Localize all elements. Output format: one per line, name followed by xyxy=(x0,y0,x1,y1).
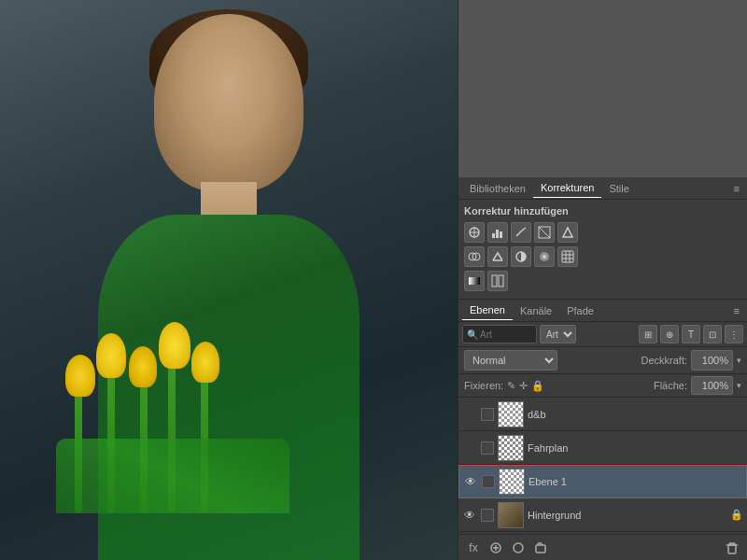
tab-pfade[interactable]: Pfade xyxy=(559,301,601,320)
area-arrow[interactable]: ▾ xyxy=(737,381,741,390)
layer-thumbnail-fahrplan xyxy=(498,435,524,461)
layer-item-db[interactable]: 👁 d&b xyxy=(458,398,747,431)
adjustments-panel-menu[interactable]: ≡ xyxy=(730,181,743,196)
layers-panel-menu[interactable]: ≡ xyxy=(730,303,743,318)
top-preview-area xyxy=(458,0,747,177)
photo-filter-icon[interactable] xyxy=(534,246,555,267)
area-input[interactable] xyxy=(691,376,733,395)
link-layers-icon[interactable]: ⊕ xyxy=(660,325,679,343)
layer-thumbnail-db xyxy=(498,401,524,427)
svg-rect-25 xyxy=(728,545,736,553)
type-layer-icon[interactable]: T xyxy=(682,325,700,343)
corrections-panel: Korrektur hinzufügen xyxy=(458,200,747,300)
svg-rect-24 xyxy=(536,545,545,553)
fix-row: Fixieren: ✎ ✛ 🔒 Fläche: ▾ xyxy=(458,374,747,398)
layer-thumbnail-ebene1 xyxy=(499,469,525,495)
blend-opacity-row: Normal Deckkraft: ▾ xyxy=(458,347,747,374)
layer-item-ebene1[interactable]: 👁 Ebene 1 xyxy=(458,465,747,498)
layer-kind-dropdown[interactable]: Art xyxy=(540,325,576,343)
add-mask-button[interactable] xyxy=(486,539,505,557)
layer-visibility-fahrplan[interactable]: 👁 xyxy=(462,441,477,455)
tab-korrekturen[interactable]: Korrekturen xyxy=(533,178,601,198)
layer-lock-hintergrund: 🔒 xyxy=(730,509,743,521)
levels-icon[interactable] xyxy=(487,222,508,243)
corrections-row-1 xyxy=(464,222,741,243)
layer-item-hintergrund[interactable]: 👁 Hintergrund 🔒 xyxy=(458,498,747,532)
fx-button[interactable]: fx xyxy=(464,539,483,557)
layer-visibility-db[interactable]: 👁 xyxy=(462,407,477,422)
corrections-row-3 xyxy=(464,271,741,291)
layer-name-fahrplan: Fahrplan xyxy=(528,442,743,454)
layer-checkbox-ebene1[interactable] xyxy=(482,475,495,488)
right-panel: Bibliotheken Korrekturen Stile ≡ Korrekt… xyxy=(458,0,747,560)
layers-search-input[interactable] xyxy=(480,329,536,340)
layers-tab-bar: Ebenen Kanäle Pfade ≡ xyxy=(458,300,747,322)
hue-saturation-icon[interactable] xyxy=(464,246,485,267)
corrections-row-2 xyxy=(464,246,741,267)
black-white-icon[interactable] xyxy=(511,246,531,267)
layer-name-hintergrund: Hintergrund xyxy=(528,510,726,521)
color-balance-icon[interactable] xyxy=(487,246,508,267)
tab-stile[interactable]: Stile xyxy=(601,179,636,198)
tab-kanaele[interactable]: Kanäle xyxy=(513,301,559,320)
tab-bibliotheken[interactable]: Bibliotheken xyxy=(462,179,533,198)
layers-bottom-toolbar: fx xyxy=(458,534,747,560)
area-label: Fläche: xyxy=(654,380,687,391)
layers-toolbar: 🔍 Art ⊞ ⊕ T ⊡ ⋮ xyxy=(458,322,747,347)
photo-background xyxy=(0,0,458,560)
layer-name-ebene1: Ebene 1 xyxy=(529,476,742,487)
new-group-icon[interactable]: ⊞ xyxy=(639,325,657,343)
svg-rect-18 xyxy=(492,275,497,287)
svg-rect-19 xyxy=(499,275,503,287)
blend-mode-dropdown[interactable]: Normal xyxy=(464,350,557,371)
layer-name-db: d&b xyxy=(528,409,743,420)
selective-color-icon[interactable] xyxy=(487,271,508,291)
svg-rect-17 xyxy=(469,277,480,285)
layer-checkbox-hintergrund[interactable] xyxy=(481,509,494,522)
corrections-title: Korrektur hinzufügen xyxy=(464,205,741,217)
person-head xyxy=(154,14,303,191)
fix-draw-icon[interactable]: ✎ xyxy=(507,380,515,392)
layer-visibility-hintergrund[interactable]: 👁 xyxy=(462,508,477,523)
fix-lock-icon[interactable]: 🔒 xyxy=(531,380,544,392)
layer-visibility-ebene1[interactable]: 👁 xyxy=(463,474,478,489)
more-options-icon[interactable]: ⋮ xyxy=(725,325,743,343)
svg-rect-3 xyxy=(500,231,502,238)
layer-checkbox-fahrplan[interactable] xyxy=(481,441,494,455)
tab-ebenen[interactable]: Ebenen xyxy=(462,301,513,320)
fix-move-icon[interactable]: ✛ xyxy=(519,380,528,392)
opacity-arrow[interactable]: ▾ xyxy=(737,356,741,365)
canvas-area xyxy=(0,0,458,560)
shape-layer-icon[interactable]: ⊡ xyxy=(703,325,722,343)
adjustments-tab-bar: Bibliotheken Korrekturen Stile ≡ xyxy=(458,177,747,200)
svg-point-11 xyxy=(543,255,546,259)
new-group-button[interactable] xyxy=(531,539,550,557)
svg-point-23 xyxy=(514,543,523,553)
opacity-label: Deckkraft: xyxy=(641,355,687,366)
opacity-input[interactable] xyxy=(691,350,733,371)
curves-icon[interactable] xyxy=(511,222,531,243)
gradient-map-icon[interactable] xyxy=(464,271,485,291)
svg-rect-2 xyxy=(496,230,499,238)
layers-list: 👁 d&b 👁 Fahrplan 👁 xyxy=(458,398,747,534)
layer-checkbox-db[interactable] xyxy=(481,408,494,421)
svg-rect-1 xyxy=(492,233,495,238)
layer-item-fahrplan[interactable]: 👁 Fahrplan xyxy=(458,431,747,465)
svg-marker-5 xyxy=(563,228,572,237)
fix-label: Fixieren: xyxy=(464,380,503,391)
channel-mixer-icon[interactable] xyxy=(557,246,578,267)
delete-layer-button[interactable] xyxy=(723,539,741,557)
brightness-contrast-icon[interactable] xyxy=(464,222,485,243)
tulips-area xyxy=(56,327,289,513)
layer-thumbnail-hintergrund xyxy=(498,502,524,528)
svg-rect-12 xyxy=(562,251,573,262)
search-icon: 🔍 xyxy=(467,329,478,340)
exposure-icon[interactable] xyxy=(534,222,555,243)
new-adjustment-button[interactable] xyxy=(509,539,528,557)
panels-container: Bibliotheken Korrekturen Stile ≡ Korrekt… xyxy=(458,177,747,560)
layers-search-box: 🔍 xyxy=(462,325,537,343)
vibrance-icon[interactable] xyxy=(557,222,578,243)
